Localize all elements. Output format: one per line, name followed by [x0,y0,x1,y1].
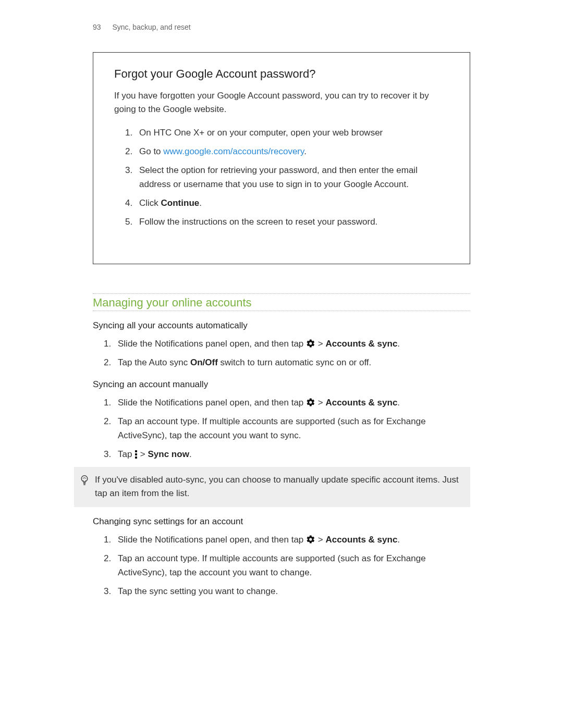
tip-box: If you've disabled auto-sync, you can ch… [74,467,470,507]
gear-icon [306,337,315,351]
box-intro: If you have forgotten your Google Accoun… [114,89,449,117]
subheading-change-settings: Changing sync settings for an account [93,516,470,527]
list-item: Slide the Notifications panel open, and … [114,337,470,351]
list-item: Go to www.google.com/accounts/recovery. [135,145,449,158]
steps-sync-manual: Slide the Notifications panel open, and … [93,396,470,462]
continue-label: Continue [161,198,200,208]
list-item: Click Continue. [135,196,449,210]
sync-now-label: Sync now [148,449,189,459]
gear-icon [306,533,315,547]
list-item: Select the option for retrieving your pa… [135,164,449,191]
list-item: Follow the instructions on the screen to… [135,215,449,229]
section-divider: Managing your online accounts [93,293,470,311]
svg-rect-1 [135,453,137,455]
steps-sync-auto: Slide the Notifications panel open, and … [93,337,470,370]
accounts-sync-label: Accounts & sync [325,339,397,349]
subheading-sync-manual: Syncing an account manually [93,379,470,390]
svg-rect-0 [135,450,137,452]
accounts-sync-label: Accounts & sync [325,535,397,545]
steps-change-settings: Slide the Notifications panel open, and … [93,533,470,599]
svg-rect-2 [135,456,137,459]
page-number: 93 [93,23,101,31]
svg-point-3 [81,476,88,482]
on-off-label: On/Off [190,357,218,367]
callout-box: Forgot your Google Account password? If … [93,52,470,264]
list-item: Slide the Notifications panel open, and … [114,396,470,410]
chapter-title: Sync, backup, and reset [112,23,190,31]
list-item: Tap the Auto sync On/Off switch to turn … [114,356,470,369]
list-item: Slide the Notifications panel open, and … [114,533,470,547]
list-item: On HTC One X+ or on your computer, open … [135,126,449,140]
tip-text: If you've disabled auto-sync, you can ch… [95,473,463,501]
subheading-sync-auto: Syncing all your accounts automatically [93,320,470,331]
page-header: 93 Sync, backup, and reset [93,23,470,31]
box-steps: On HTC One X+ or on your computer, open … [114,126,449,229]
section-title: Managing your online accounts [93,296,470,310]
lightbulb-icon [74,473,95,486]
list-item: Tap the sync setting you want to change. [114,585,470,598]
gear-icon [306,396,315,410]
list-item: Tap an account type. If multiple account… [114,415,470,442]
list-item: Tap > Sync now. [114,448,470,462]
accounts-sync-label: Accounts & sync [325,398,397,408]
recovery-link[interactable]: www.google.com/accounts/recovery [163,146,304,156]
list-item: Tap an account type. If multiple account… [114,552,470,579]
box-title: Forgot your Google Account password? [114,67,449,81]
